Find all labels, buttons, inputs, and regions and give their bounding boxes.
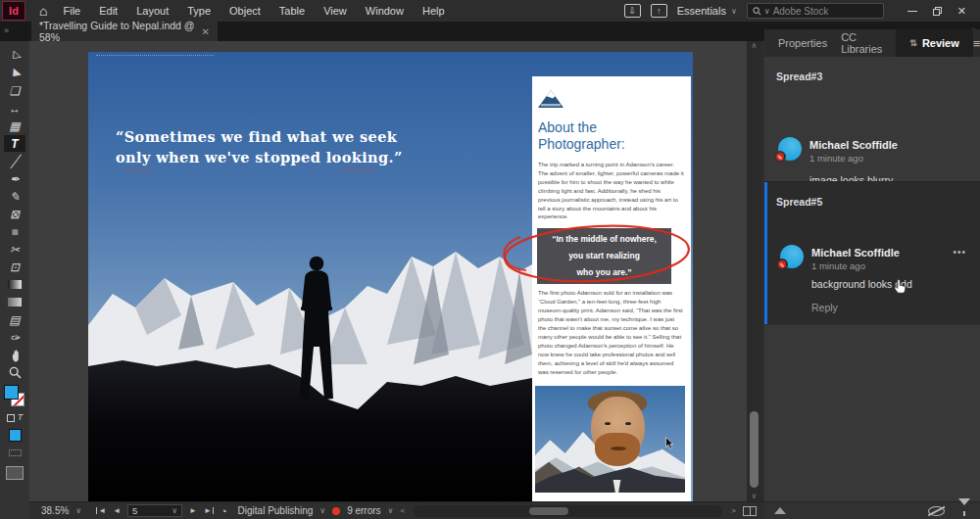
tab-review[interactable]: ⇅ Review [896,29,972,57]
app-bar: Id ⌂ File Edit Layout Type Object Table … [0,0,980,22]
preflight-profile[interactable]: Digital Publishing [238,505,314,516]
direct-selection-tool[interactable]: ▶ [4,65,25,81]
about-heading[interactable]: About the Photographer: [538,119,685,152]
formatting-affects-toggle[interactable]: T [4,409,25,426]
scroll-left-icon[interactable]: < [400,506,405,515]
screen-mode-button[interactable] [6,466,24,480]
type-tool[interactable]: T [4,135,25,152]
search-input[interactable]: ∨ Adobe Stock [747,3,884,19]
menu-type[interactable]: Type [187,5,211,17]
fill-swatch[interactable] [4,385,19,400]
document-tab[interactable]: *Travelling Guide to Nepal.indd @ 58% ✕ [31,22,218,41]
review-section-spread5: Spread#5 ✎ Michael Scoffidle ••• 1 minut… [764,181,980,325]
close-window-button[interactable]: ✕ [957,5,966,18]
error-status-icon [332,507,340,515]
pencil-tool[interactable]: ✎ [4,188,25,205]
fill-stroke-swatches[interactable] [4,385,25,408]
comment-author: Michael Scoffidle [809,139,898,151]
apply-color-button[interactable] [4,427,25,444]
body-paragraph-1[interactable]: The trip marked a turning point in Adams… [538,161,684,221]
last-page-button[interactable]: ► [204,506,214,515]
menu-help[interactable]: Help [422,5,445,17]
chevron-down-icon[interactable]: ∨ [319,506,325,515]
page-tool[interactable]: ❏ [4,82,25,99]
hide-annotations-icon[interactable] [928,506,945,516]
menu-file[interactable]: File [63,5,80,17]
note-tool[interactable]: ▤ [4,311,25,328]
comment-author: Michael Scoffidle [811,247,900,259]
close-tab-icon[interactable]: ✕ [202,26,210,37]
review-section-spread3: Spread#3 ✎ Michael Scoffidle 1 minute ag… [764,57,980,181]
add-comment-icon[interactable] [774,507,786,514]
gradient-tool[interactable] [4,276,25,293]
share-icon[interactable]: ↑ [651,4,667,18]
eyedropper-tool[interactable]: ✑ [4,329,25,346]
minimize-button[interactable] [907,11,917,12]
gradient-feather-tool[interactable] [4,294,25,310]
chevron-down-icon: ∨ [172,506,177,515]
scissors-tool[interactable]: ✂ [4,241,25,258]
publish-online-icon[interactable]: ⇩ [624,4,641,18]
restore-button[interactable] [933,7,942,16]
zoom-tool[interactable] [4,364,25,381]
page-number-field[interactable]: 5 ∨ [127,504,182,517]
tab-properties[interactable]: Properties [778,37,827,49]
panel-menu-icon[interactable]: ≡ [973,36,980,51]
page-spread: “Sometimes we find what we seek only whe… [88,52,693,501]
first-page-button[interactable]: ◄ [96,506,106,515]
rectangle-tool[interactable]: ■ [4,223,25,240]
line-tool[interactable]: ╱ [4,153,25,169]
search-placeholder: Adobe Stock [773,6,829,17]
menu-edit[interactable]: Edit [99,5,118,17]
panel-tab-strip: Properties CC Libraries ⇅ Review ≡ [764,29,980,57]
free-transform-tool[interactable]: ⊡ [4,259,25,275]
horizontal-scrollbar[interactable] [414,505,722,517]
gap-tool[interactable]: ↔ [4,100,25,117]
previous-page-button[interactable]: ◄ [113,506,121,515]
selection-tool[interactable]: ▷ [4,47,25,64]
workspace-switcher[interactable]: Essentials ∨ [677,5,737,17]
menu-table[interactable]: Table [279,5,305,17]
scroll-up-icon[interactable]: ∧ [752,41,758,51]
reply-button[interactable]: Reply [811,302,838,313]
portrait-mouth [611,447,626,450]
spellcheck-underline [345,169,374,170]
chevron-down-icon[interactable]: ∨ [75,506,81,515]
vertical-scrollbar[interactable]: ∧ ∨ [747,41,761,501]
preflight-icon[interactable]: ◔ [220,505,227,517]
menu-view[interactable]: View [323,5,347,17]
vertical-scroll-thumb[interactable] [750,411,759,488]
toolbar-collapse-icon[interactable]: » [4,25,9,35]
document-viewport[interactable]: “Sometimes we find what we seek only whe… [29,41,747,501]
hand-tool[interactable] [4,347,25,363]
pull-quote-box[interactable]: “In the middle of nowhere, you start rea… [537,228,671,284]
scroll-down-icon[interactable]: ∨ [752,492,758,501]
error-count[interactable]: 9 errors [347,505,380,516]
tab-cc-libraries[interactable]: CC Libraries [841,31,882,55]
review-panel: » Properties CC Libraries ⇅ Review ≡ Spr… [764,29,980,519]
menu-object[interactable]: Object [229,5,261,17]
photographer-portrait-frame[interactable] [535,386,685,493]
next-page-button[interactable]: ► [189,506,197,515]
spread-view-icon[interactable] [743,506,757,516]
hand-cursor [894,278,907,294]
apply-gradient-button[interactable] [4,445,25,461]
comment-options-icon[interactable]: ••• [953,247,966,258]
menu-layout[interactable]: Layout [136,5,169,17]
horizontal-scroll-thumb[interactable] [529,507,568,515]
zoom-level[interactable]: 38.5% [41,505,69,516]
spread-label[interactable]: Spread#3 [776,71,822,82]
body-paragraph-2[interactable]: The first photo Adamson sold for an inst… [538,289,684,376]
frame-tool[interactable]: ⊠ [4,206,25,222]
scroll-right-icon[interactable]: > [731,506,736,515]
menu-window[interactable]: Window [366,5,404,17]
spread-label[interactable]: Spread#5 [776,196,822,208]
filter-icon[interactable] [958,505,970,517]
draw-annotation-icon: ✎ [776,259,788,270]
home-icon[interactable]: ⌂ [39,3,47,19]
photo-quote-text-frame[interactable]: “Sometimes we find what we seek only whe… [116,126,403,167]
chevron-down-icon[interactable]: ∨ [388,506,394,515]
content-collector-tool[interactable]: ▦ [4,118,25,134]
indesign-window: Id ⌂ File Edit Layout Type Object Table … [0,0,980,519]
pen-tool[interactable]: ✒ [4,170,25,187]
